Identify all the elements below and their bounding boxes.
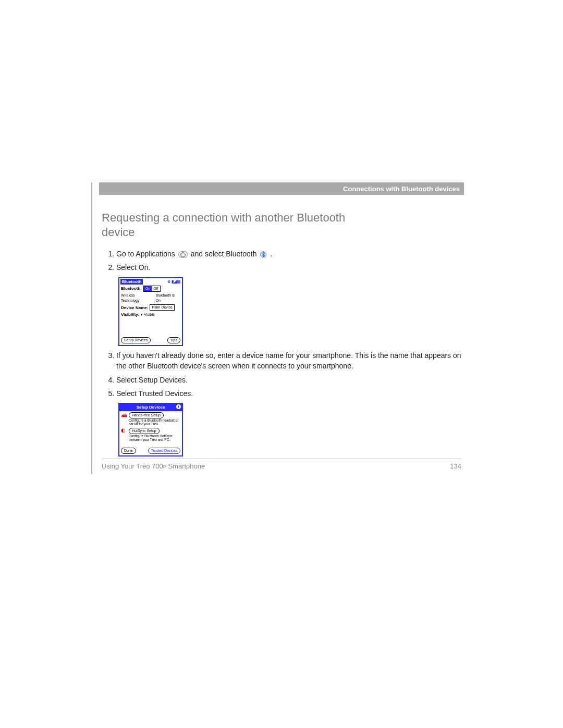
page-title: Requesting a connection with another Blu… [102, 211, 352, 239]
shot1-setup-devices-button: Setup Devices [121, 337, 151, 343]
section-header-text: Connections with Bluetooth devices [343, 185, 460, 193]
bluetooth-icon [260, 251, 267, 258]
step-5-text: Select Trusted Devices. [116, 389, 193, 398]
shot1-bt-label: Bluetooth: [121, 286, 142, 292]
shot2-title: Setup Devices [137, 405, 165, 410]
shot1-wt-label: Wireless Technology [121, 293, 154, 303]
shot1-devname-value: Palm Device [150, 304, 174, 311]
step-4: Select Setup Devices. [116, 375, 464, 385]
shot2-title-bar: Setup Devices i [119, 404, 182, 411]
toggle-on: On [144, 286, 152, 291]
step-1-text-b: and select Bluetooth [191, 250, 259, 258]
footer-title-b: Smartphone [166, 462, 205, 470]
step-2: Select On. Bluetooth 0 ▮◢▤ Bluetooth: On… [116, 262, 464, 346]
done-button: Done [121, 448, 136, 454]
hotsync-setup-button: HotSync Setup [129, 428, 160, 434]
step-1: Go to Applications and select Bluetooth … [116, 249, 464, 259]
shot1-status-icons: 0 ▮◢▤ [168, 279, 181, 285]
steps-list: Go to Applications and select Bluetooth … [102, 249, 464, 456]
setup-devices-screenshot: Setup Devices i 🚗 Hands-free Setup Confi… [118, 403, 183, 456]
step-1-text-c: . [270, 250, 272, 258]
step-1-text-a: Go to Applications [116, 250, 177, 258]
shot1-on-off-toggle: On Off [143, 286, 161, 292]
shot1-title: Bluetooth [120, 279, 143, 285]
manual-page: Connections with Bluetooth devices Reque… [0, 0, 563, 728]
info-icon: i [176, 404, 181, 409]
home-icon [178, 251, 188, 258]
handsfree-icon: 🚗 [121, 412, 127, 417]
step-5: Select Trusted Devices. Setup Devices i … [116, 388, 464, 456]
shot1-visibility-value: ▾ Visible [141, 312, 154, 317]
shot1-wt-value: Bluetooth is On [156, 293, 180, 303]
section-header-bar: Connections with Bluetooth devices [99, 182, 464, 195]
shot1-visibility-label: Visibility: [121, 312, 139, 318]
footer-title: Using Your Treo 700P Smartphone [102, 462, 205, 470]
page-footer: Using Your Treo 700P Smartphone 134 [102, 459, 461, 470]
shot1-devname-label: Device Name: [121, 305, 148, 311]
margin-rule [91, 182, 92, 474]
handsfree-setup-button: Hands-free Setup [129, 412, 164, 418]
bluetooth-settings-screenshot: Bluetooth 0 ▮◢▤ Bluetooth: On Off Wirele… [118, 277, 183, 346]
page-number: 134 [450, 462, 461, 470]
hotsync-icon: ◐ [121, 428, 127, 433]
step-2-text: Select On. [116, 263, 150, 272]
handsfree-desc: Configure a Bluetooth headset or car kit… [129, 418, 180, 426]
footer-title-a: Using Your Treo 700 [102, 462, 163, 470]
shot1-tips-button: Tips [167, 337, 180, 343]
content-area: Requesting a connection with another Blu… [102, 195, 464, 456]
trusted-devices-button: Trusted Devices [148, 448, 180, 454]
step-3-text: If you haven't already done so, enter a … [116, 351, 461, 370]
hotsync-desc: Configure Bluetooth HotSync between your… [129, 434, 180, 441]
toggle-off: Off [152, 286, 160, 291]
step-3: If you haven't already done so, enter a … [116, 350, 464, 372]
step-4-text: Select Setup Devices. [116, 376, 188, 384]
